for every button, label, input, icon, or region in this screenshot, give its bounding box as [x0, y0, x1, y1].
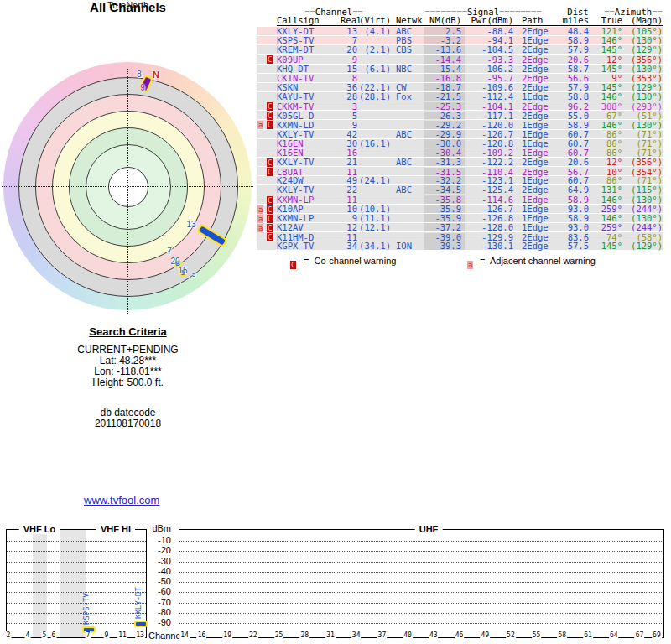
callsign: KSPS-TV: [277, 36, 341, 44]
callsign: K10AP: [277, 205, 341, 213]
real-channel: 16: [341, 148, 357, 157]
real-channel: 10: [341, 205, 357, 213]
azimuth-true: 146°: [589, 195, 622, 204]
tvfool-link[interactable]: www.tvfool.com: [84, 494, 159, 506]
callsign: KSKN: [277, 83, 341, 91]
channel-tick: 13: [135, 631, 145, 639]
real-channel: 3: [341, 102, 357, 111]
distance-miles: 58.9: [549, 121, 589, 129]
distance-miles: 64.9: [549, 185, 589, 194]
adjacent-warning-cell: a: [257, 223, 267, 232]
distance-miles: 57.5: [549, 242, 589, 250]
ring-center: [108, 167, 148, 207]
channel-tick: 34: [351, 631, 362, 639]
network: ABC: [391, 158, 424, 166]
col-miles: miles: [549, 16, 589, 25]
distance-miles: 56.7: [549, 168, 589, 176]
co-warning-cell: C: [267, 158, 277, 167]
path-type: 1Edge: [513, 223, 549, 231]
callsign: KXMN-LP: [277, 195, 341, 204]
power-dbm: -109.6: [465, 83, 513, 91]
db-datecode-value: 201108170018: [34, 418, 222, 429]
adjacent-warning-cell: a: [257, 120, 267, 129]
col-netwk: Netwk: [391, 16, 424, 25]
callsign: K09UP: [277, 55, 341, 64]
real-channel: 11: [341, 195, 357, 204]
dbm-gridline: [179, 582, 663, 583]
channel-tick: 55: [532, 631, 542, 639]
real-channel: 15: [341, 65, 357, 73]
vhf-lo-label: VHF Lo: [19, 524, 60, 534]
noise-margin: -29.9: [424, 130, 465, 138]
azimuth-magnetic: (244°): [622, 205, 663, 213]
distance-miles: 93.0: [549, 223, 589, 231]
azimuth-true: 131°: [589, 185, 622, 194]
power-dbm: -120.7: [465, 130, 513, 138]
table-row: CK09UP9-14.4-93.32Edge20.612°(356°): [257, 55, 663, 64]
distance-miles: 58.7: [549, 65, 589, 73]
virtual-channel: (10.1): [357, 205, 391, 213]
path-type: 2Edge: [513, 102, 549, 111]
azimuth-magnetic: (71°): [622, 176, 663, 184]
power-dbm: -109.2: [465, 148, 513, 157]
real-channel: 12: [341, 223, 357, 231]
col-magn: (Magn): [622, 16, 663, 25]
vhf-hi-label: VHF Hi: [96, 524, 135, 534]
dbm-gridline: [179, 603, 663, 604]
distance-miles: 20.6: [549, 55, 589, 64]
path-type: 1Edge: [513, 148, 549, 157]
azimuth-magnetic: (129°): [622, 45, 663, 54]
dbm-gridline: [179, 562, 663, 563]
azimuth-magnetic: (115°): [622, 185, 663, 194]
path-type: 1Edge: [513, 195, 549, 204]
search-criteria: Search Criteria CURRENT+PENDING Lat: 48.…: [34, 325, 222, 429]
distance-miles: 20.6: [549, 158, 589, 166]
path-type: 2Edge: [513, 233, 549, 242]
azimuth-true: 146°: [589, 36, 622, 44]
azimuth-true: 86°: [589, 148, 622, 157]
distance-miles: 83.6: [549, 233, 589, 242]
col-true: True: [589, 16, 622, 25]
network: ABC: [391, 185, 424, 194]
co-warning-cell: C: [267, 167, 277, 176]
path-type: 2Edge: [513, 112, 549, 120]
path-type: 1Edge: [513, 92, 549, 101]
network: Fox: [391, 92, 424, 101]
table-row: KXLY-TV22ABC-34.5-125.42Edge64.9131°(115…: [257, 185, 663, 195]
channel-tick: 49: [480, 631, 490, 639]
co-warning-cell: C: [267, 223, 277, 232]
dbm-gridline: [7, 572, 146, 573]
dbm-gridline: [179, 623, 663, 624]
channel-tick: 40: [403, 631, 413, 639]
distance-miles: 60.7: [549, 130, 589, 138]
channel-tick: 5: [42, 631, 48, 639]
callsign: KGPX-TV: [277, 242, 341, 250]
noise-margin: -35.8: [424, 195, 465, 204]
virtual-channel: (16.1): [357, 139, 391, 148]
real-channel: 11: [341, 168, 357, 176]
noise-margin: -39.3: [424, 242, 465, 250]
station-table: KXLY-DT13(4.1)ABC2.5-88.42Edge48.4121°(1…: [257, 27, 663, 251]
table-row: K16EN16-30.4-109.21Edge60.786°(71°): [257, 148, 663, 158]
dbm-tick: -30: [143, 556, 171, 566]
channel-tick: 52: [506, 631, 516, 639]
path-type: 2Edge: [513, 83, 549, 91]
distance-miles: 58.9: [549, 195, 589, 204]
dbm-tick: -10: [143, 535, 171, 545]
virtual-channel: (6.1): [357, 65, 391, 73]
non-tv-band: [33, 530, 47, 637]
azimuth-true: 121°: [589, 27, 622, 35]
channel-tick: 22: [248, 631, 258, 639]
co-warning-cell: C: [267, 55, 277, 64]
dbm-gridline: [179, 541, 663, 542]
real-channel: 20: [341, 45, 357, 54]
table-row: aCK12AV12(12.1)-37.2-128.01Edge93.0259°(…: [257, 223, 663, 232]
path-type: 2Edge: [513, 27, 549, 35]
co-warning-cell: C: [267, 111, 277, 120]
table-row: KGPX-TV34(34.1)ION-39.3-130.12Edge57.514…: [257, 242, 663, 251]
adjacent-warning-cell: a: [257, 205, 267, 214]
azimuth-true: 86°: [589, 139, 622, 148]
virtual-channel: (12.1): [357, 223, 391, 231]
azimuth-true: 12°: [589, 55, 622, 64]
power-dbm: -126.7: [465, 205, 513, 213]
